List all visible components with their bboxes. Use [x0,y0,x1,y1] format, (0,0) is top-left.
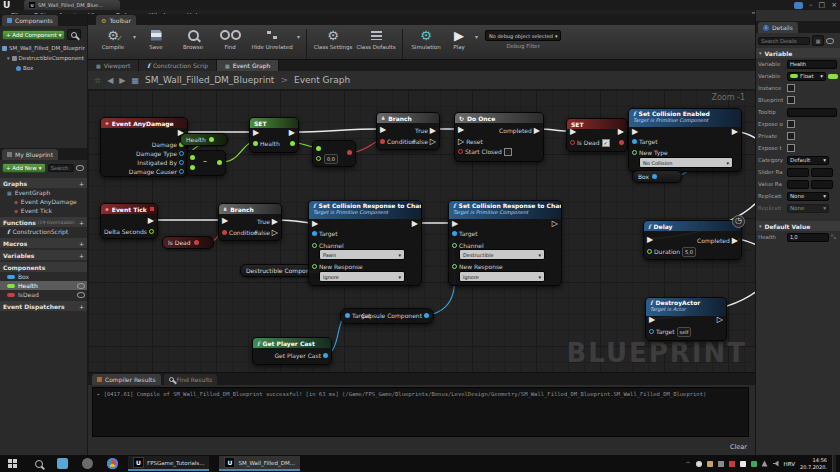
instance-editable-checkbox[interactable] [787,84,795,92]
new-type-pin[interactable] [632,150,637,155]
subtract-b-pin[interactable] [190,165,195,170]
new-type-dropdown[interactable]: No Collision ▾ [639,157,733,168]
section-functions[interactable]: Functions (19 Overridable) + [0,217,87,227]
start-closed-checkbox[interactable] [504,148,512,156]
hide-unrelated-caret-icon[interactable]: ▾ [297,33,300,40]
true-exec-pin[interactable]: ▶ [272,218,278,226]
expose-to-cinematics-checkbox[interactable] [787,144,795,152]
default-health-input[interactable] [787,233,829,242]
true-exec-pin[interactable]: ▶ [430,127,436,135]
taskbar-search-icon[interactable] [35,460,43,468]
node-get-player-cast[interactable]: f Get Player Cast Get Player Cast [252,337,332,365]
completed-exec-pin[interactable]: ▶ [534,127,540,135]
exec-in-pin[interactable]: ▶ [312,220,318,228]
isdead-out-pin[interactable] [194,240,199,245]
node-set-collision-response-1[interactable]: fSet Collision Response to Channel Targe… [308,200,422,286]
compile-button[interactable]: ⚙✓ Compile [96,27,130,50]
new-response-pin[interactable] [312,264,317,269]
delta-seconds-pin[interactable] [149,229,154,234]
isdead-in-pin[interactable] [570,140,575,145]
private-checkbox[interactable] [787,132,795,140]
exec-in-pin[interactable]: ▶ [647,236,653,244]
hide-unrelated-button[interactable]: Hide Unrelated [250,27,294,50]
channel-dropdown[interactable]: Pawn ▾ [319,249,405,260]
tab-compiler-results[interactable]: Compiler Results [92,374,161,385]
close-button[interactable]: × [831,1,837,9]
replication-condition-dropdown[interactable]: None ▾ [787,204,829,213]
section-graphs[interactable]: Graphs + [0,178,87,188]
new-response-dropdown[interactable]: Ignore ▾ [319,271,405,282]
tray-expand-icon[interactable]: ^ [686,460,691,467]
target-pin[interactable] [632,139,637,144]
reset-exec-pin[interactable]: ▷ [458,138,464,146]
node-get-health[interactable]: Health [180,133,228,146]
section-event-dispatchers[interactable]: Event Dispatchers + [0,301,87,311]
save-button[interactable]: Save [139,27,173,50]
channel-pin[interactable] [452,243,457,248]
duration-field[interactable]: 5,0 [682,247,696,257]
tab-components[interactable]: Components [2,15,58,26]
channel-pin[interactable] [312,243,317,248]
show-desktop-button[interactable] [832,455,836,472]
channel-dropdown[interactable]: Destructible ▾ [459,249,545,260]
myblueprint-search-input[interactable] [48,164,74,172]
node-branch-1[interactable]: ⋔ Branch ▶ True▶ Condition False▷ [376,112,440,150]
tab-viewport[interactable]: ▦ Viewport [88,60,139,71]
node-event-anydamage[interactable]: ◈ Event AnyDamage ▶ Damage Damage Type I… [100,117,188,177]
feedback-icon[interactable] [794,2,803,9]
compare-value-field[interactable]: 0,0 [324,154,338,164]
variable-name-input[interactable] [787,60,837,69]
node-set-collision-response-2[interactable]: fSet Collision Response to Channel Targe… [448,200,562,286]
tray-icon[interactable] [696,461,702,467]
target-pin[interactable] [345,313,350,318]
node-branch-2[interactable]: ⋔ Branch ▶ True▶ Condition False▷ [218,203,282,241]
compare-a-pin[interactable] [316,146,321,151]
instigated-by-pin[interactable] [179,160,184,165]
simulation-button[interactable]: ⚙ Simulation [409,27,443,50]
exec-in-pin[interactable]: ▶ [222,217,228,225]
exec-in-pin[interactable]: ▶ [452,220,458,228]
visibility-filter-icon[interactable] [76,165,84,171]
minimize-button[interactable]: – [809,1,813,9]
health-in-pin[interactable] [253,141,258,146]
blueprint-readonly-checkbox[interactable] [787,96,795,104]
false-exec-pin[interactable]: ▷ [272,229,278,237]
breadcrumb-root[interactable]: SM_Wall_Filled_DM_Blueprint [145,75,274,85]
slider-range-max-input[interactable] [811,168,833,177]
isdead-checkbox[interactable]: ✓ [602,139,610,147]
subtract-a-pin[interactable] [190,155,195,160]
event-graph-canvas[interactable]: Zoom -1 BLUEPRINT ◈ Event AnyDamage ▶ [88,90,755,372]
nav-back-icon[interactable]: ◀ [107,76,113,85]
play-options-caret-icon[interactable]: ▾ [475,33,478,40]
target-pin[interactable] [649,329,654,334]
details-visibility-icon[interactable] [826,38,834,44]
section-variables[interactable]: Variables + [0,250,87,260]
class-settings-button[interactable]: ⚙ Class Settings [313,27,353,50]
start-closed-pin[interactable] [458,149,463,154]
item-var-box[interactable]: Box [0,272,87,281]
breadcrumb-current[interactable]: Event Graph [294,75,350,85]
property-menu-icon[interactable]: ⤡ [831,233,836,241]
taskbar-window-fpsgame[interactable]: U FPSGame_Tutorials... [128,456,209,471]
exec-out-pin[interactable]: ▶ [412,220,418,228]
node-get-box[interactable]: Box [632,170,682,183]
condition-pin[interactable] [380,139,385,144]
node-set-health[interactable]: SET ▶ ▶ Health [249,117,299,153]
language-indicator[interactable]: HRV [784,461,795,467]
tray-icon[interactable] [707,461,713,467]
node-do-once[interactable]: ↻ Do Once ▶ Completed▶ ▷Reset Start Clos… [454,112,544,162]
section-components[interactable]: Components [0,262,87,272]
damage-causer-pin[interactable] [179,169,184,174]
add-dispatcher-icon[interactable]: + [79,303,84,310]
node-set-isdead[interactable]: SET ▶ ▶ Is Dead✓ [566,118,628,152]
item-eventgraph[interactable]: ▦ EventGraph [0,188,87,197]
exec-out-pin[interactable]: ▶ [148,217,154,225]
item-constructionscript[interactable]: f ConstructionScript [0,227,87,236]
isdead-out-pin[interactable] [619,140,624,145]
exec-in-pin[interactable]: ▶ [570,128,576,136]
node-destroy-actor[interactable]: fDestroyActor Target is Actor ▶ ▷ Target… [645,297,727,341]
nav-forward-icon[interactable]: ▶ [119,76,125,85]
exec-in-pin[interactable]: ▶ [458,126,464,134]
container-type-icon[interactable] [828,74,838,79]
network-icon[interactable] [762,461,768,467]
